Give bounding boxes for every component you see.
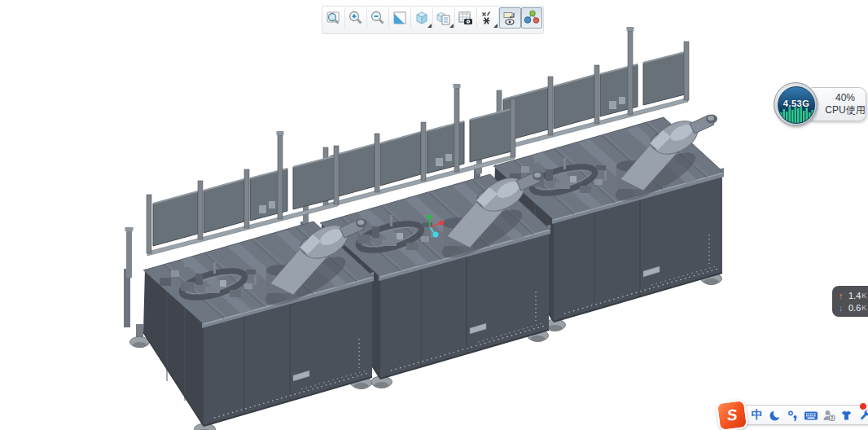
ime-fullwidth-button[interactable]	[768, 408, 782, 422]
ime-chinese-mode-button[interactable]: 中	[750, 408, 764, 422]
zoom-out-button[interactable]	[367, 7, 389, 29]
memory-gauge[interactable]: 4.53G	[774, 82, 818, 126]
ime-toolbar: S 中	[739, 405, 868, 425]
machine-station-1[interactable]	[124, 131, 374, 430]
fullwidth-moon-icon	[769, 409, 782, 422]
shaded-view-button[interactable]	[389, 7, 411, 29]
assembly-visualization-button[interactable]	[521, 7, 542, 29]
upload-unit: K	[861, 290, 866, 301]
download-speed-row: ↓ 0.6 K	[839, 302, 868, 314]
hide-show-items-eye-icon	[501, 9, 519, 27]
zoom-in-icon	[347, 9, 365, 27]
skin-tshirt-icon	[840, 409, 853, 422]
user-account-icon: 2	[822, 409, 835, 422]
zoom-to-area-button[interactable]	[323, 7, 345, 29]
download-value: 0.6	[848, 302, 861, 314]
shaded-view-icon	[391, 9, 409, 27]
gauge-value: 4.53G	[778, 99, 814, 108]
hide-show-items-button[interactable]	[499, 7, 521, 29]
upload-arrow-icon: ↑	[839, 290, 848, 301]
ime-soft-keyboard-button[interactable]	[804, 408, 818, 422]
display-style-button[interactable]	[433, 7, 455, 29]
sogou-logo-letter: S	[726, 406, 738, 424]
download-arrow-icon: ↓	[839, 302, 848, 314]
soft-keyboard-icon	[804, 409, 818, 422]
chinese-mode-label: 中	[752, 408, 763, 423]
cad-viewport[interactable]	[0, 0, 868, 430]
sogou-logo-icon[interactable]: S	[716, 399, 748, 430]
upload-speed-row: ↑ 1.4 K	[839, 290, 868, 301]
cpu-percent: 40%	[835, 92, 855, 104]
dropdown-arrow-icon	[449, 24, 454, 28]
hide-annotations-button[interactable]	[477, 7, 499, 29]
network-speed-widget[interactable]: ↑ 1.4 K ↓ 0.6 K	[832, 286, 868, 317]
gauge-face: 4.53G	[778, 86, 815, 124]
download-unit: K	[861, 302, 866, 314]
zoom-in-button[interactable]	[345, 7, 367, 29]
view-toolbar	[322, 6, 544, 34]
zoom-to-area-icon	[325, 9, 343, 27]
cpu-monitor-widget[interactable]: 40% CPU使用 4.53G	[774, 82, 868, 126]
cpu-usage-label: CPU使用	[825, 104, 865, 116]
ime-account-button[interactable]: 2	[822, 408, 835, 422]
view-orientation-button[interactable]	[411, 7, 433, 29]
upload-value: 1.4	[848, 290, 861, 301]
notification-red-dot[interactable]	[859, 402, 867, 410]
zoom-out-icon	[369, 9, 387, 27]
punctuation-icon	[787, 409, 800, 422]
dropdown-arrow-icon	[427, 24, 432, 28]
table-snapshot-camera-icon	[457, 9, 475, 27]
ime-skin-button[interactable]	[840, 408, 853, 422]
ime-punctuation-button[interactable]	[786, 408, 800, 422]
dropdown-arrow-icon	[493, 24, 498, 28]
table-snapshot-button[interactable]	[455, 7, 477, 29]
assembly-visualization-icon	[523, 9, 541, 27]
